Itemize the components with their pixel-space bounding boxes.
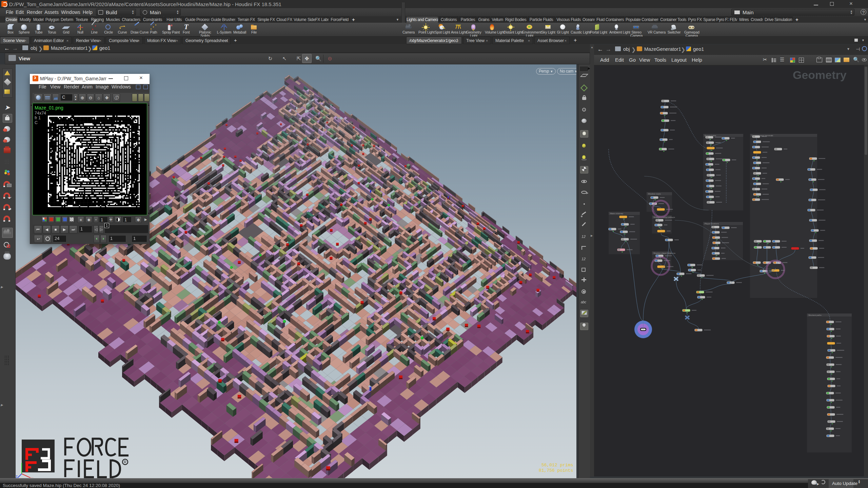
svg-text:x: x: [31, 476, 33, 478]
svg-text:z: z: [16, 474, 18, 478]
svg-text:R: R: [124, 460, 126, 464]
